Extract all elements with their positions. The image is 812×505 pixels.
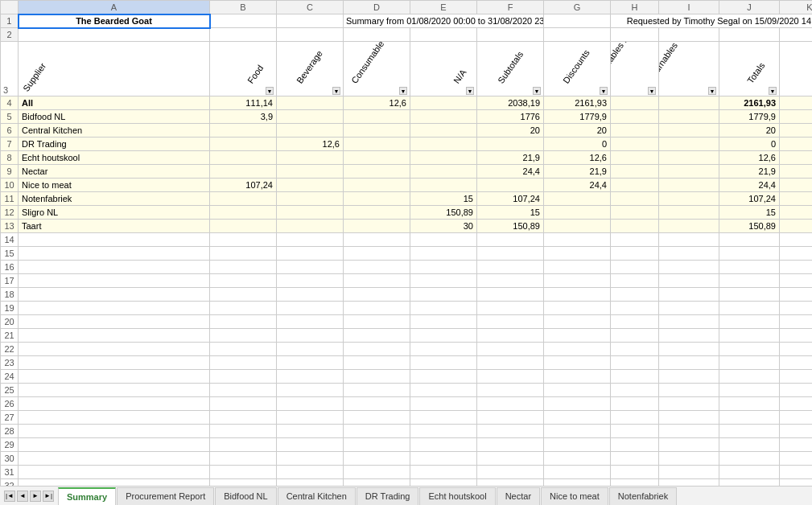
supplier-nice[interactable]: Nice to meat xyxy=(19,179,210,192)
beverage-taart[interactable] xyxy=(277,220,344,233)
discounts-drtrading[interactable]: 0 xyxy=(544,138,611,151)
consumable-nectar[interactable] xyxy=(344,165,410,179)
retout-bidfood[interactable] xyxy=(659,110,719,124)
na-filter-icon[interactable]: ▼ xyxy=(466,87,474,95)
consumable-filter-icon[interactable]: ▼ xyxy=(399,87,407,95)
na-nectar[interactable] xyxy=(410,165,477,179)
supplier-nectar[interactable]: Nectar xyxy=(19,165,210,179)
consumable-noten[interactable] xyxy=(344,192,410,206)
retout-noten[interactable] xyxy=(659,192,719,206)
supplier-noten[interactable]: Notenfabriek xyxy=(19,192,210,206)
consumable-taart[interactable] xyxy=(344,220,410,233)
subtotals-drtrading[interactable] xyxy=(477,138,544,151)
supplier-central[interactable]: Central Kitchen xyxy=(19,124,210,138)
discounts-noten[interactable] xyxy=(544,192,611,206)
retout-drtrading[interactable] xyxy=(659,138,719,151)
beverage-nectar[interactable] xyxy=(277,165,344,179)
totals-nice[interactable]: 24,4 xyxy=(719,179,780,192)
tab-nav-right[interactable]: ► xyxy=(30,491,41,502)
na-central[interactable] xyxy=(410,124,477,138)
tab-nav-left[interactable]: ◄ xyxy=(17,491,28,502)
supplier-drtrading[interactable]: DR Trading xyxy=(19,138,210,151)
col-header-h[interactable]: H xyxy=(611,1,659,14)
totals-echt[interactable]: 12,6 xyxy=(719,151,780,165)
retin-all[interactable] xyxy=(611,96,659,110)
retin-sligro[interactable] xyxy=(611,206,659,220)
col-header-f[interactable]: F xyxy=(477,1,544,14)
tab-nectar[interactable]: Nectar xyxy=(497,487,540,505)
tab-nice[interactable]: Nice to meat xyxy=(541,487,608,505)
discounts-central[interactable]: 20 xyxy=(544,124,611,138)
retin-bidfood[interactable] xyxy=(611,110,659,124)
col-header-k[interactable]: K xyxy=(780,1,813,14)
subtotals-all[interactable]: 2038,19 xyxy=(477,96,544,110)
supplier-bidfood[interactable]: Bidfood NL xyxy=(19,110,210,124)
supplier-sligro[interactable]: Sligro NL xyxy=(19,206,210,220)
retin-filter-icon[interactable]: ▼ xyxy=(648,87,656,95)
col-header-c[interactable]: C xyxy=(277,1,344,14)
beverage-echt[interactable] xyxy=(277,151,344,165)
totals-filter-icon[interactable]: ▼ xyxy=(769,87,777,95)
na-noten[interactable]: 15 xyxy=(410,192,477,206)
subtotals-noten[interactable]: 107,24 xyxy=(477,192,544,206)
subtotals-central[interactable]: 20 xyxy=(477,124,544,138)
tab-summary[interactable]: Summary xyxy=(58,487,116,505)
discounts-nice[interactable]: 24,4 xyxy=(544,179,611,192)
supplier-all[interactable]: All xyxy=(19,96,210,110)
beverage-bidfood[interactable] xyxy=(277,110,344,124)
col-header-i[interactable]: I xyxy=(659,1,719,14)
discounts-echt[interactable]: 12,6 xyxy=(544,151,611,165)
totals-bidfood[interactable]: 1779,9 xyxy=(719,110,780,124)
food-nice[interactable]: 107,24 xyxy=(210,179,277,192)
food-echt[interactable] xyxy=(210,151,277,165)
consumable-central[interactable] xyxy=(344,124,410,138)
food-bidfood[interactable]: 3,9 xyxy=(210,110,277,124)
subtotals-filter-icon[interactable]: ▼ xyxy=(533,87,541,95)
food-nectar[interactable] xyxy=(210,165,277,179)
discounts-taart[interactable] xyxy=(544,220,611,233)
totals-all[interactable]: 2161,93 xyxy=(719,96,780,110)
na-sligro[interactable]: 150,89 xyxy=(410,206,477,220)
discounts-nectar[interactable]: 21,9 xyxy=(544,165,611,179)
tab-nav-left-left[interactable]: |◄ xyxy=(4,491,15,502)
col-header-a[interactable]: A xyxy=(19,1,210,14)
retin-central[interactable] xyxy=(611,124,659,138)
retout-central[interactable] xyxy=(659,124,719,138)
consumable-all[interactable]: 12,6 xyxy=(344,96,410,110)
na-drtrading[interactable] xyxy=(410,138,477,151)
beverage-nice[interactable] xyxy=(277,179,344,192)
na-bidfood[interactable] xyxy=(410,110,477,124)
subtotals-nectar[interactable]: 24,4 xyxy=(477,165,544,179)
col-header-d[interactable]: D xyxy=(344,1,410,14)
discounts-sligro[interactable] xyxy=(544,206,611,220)
col-header-b[interactable]: B xyxy=(210,1,277,14)
food-filter-icon[interactable]: ▼ xyxy=(266,87,274,95)
food-drtrading[interactable] xyxy=(210,138,277,151)
subtotals-sligro[interactable]: 15 xyxy=(477,206,544,220)
retout-echt[interactable] xyxy=(659,151,719,165)
totals-central[interactable]: 20 xyxy=(719,124,780,138)
beverage-drtrading[interactable]: 12,6 xyxy=(277,138,344,151)
food-all[interactable]: 111,14 xyxy=(210,96,277,110)
discounts-filter-icon[interactable]: ▼ xyxy=(600,87,608,95)
tab-bidfood[interactable]: Bidfood NL xyxy=(215,487,276,505)
na-nice[interactable] xyxy=(410,179,477,192)
na-echt[interactable] xyxy=(410,151,477,165)
beverage-filter-icon[interactable]: ▼ xyxy=(332,87,340,95)
beverage-central[interactable] xyxy=(277,124,344,138)
company-title-cell[interactable]: The Bearded Goat xyxy=(19,14,210,28)
retout-taart[interactable] xyxy=(659,220,719,233)
na-taart[interactable]: 30 xyxy=(410,220,477,233)
beverage-noten[interactable] xyxy=(277,192,344,206)
retout-sligro[interactable] xyxy=(659,206,719,220)
discounts-all[interactable]: 2161,93 xyxy=(544,96,611,110)
totals-taart[interactable]: 150,89 xyxy=(719,220,780,233)
totals-sligro[interactable]: 15 xyxy=(719,206,780,220)
tab-nav-right-right[interactable]: ►| xyxy=(43,491,54,502)
retout-filter-icon[interactable]: ▼ xyxy=(708,87,716,95)
retin-nectar[interactable] xyxy=(611,165,659,179)
retin-taart[interactable] xyxy=(611,220,659,233)
consumable-sligro[interactable] xyxy=(344,206,410,220)
retin-noten[interactable] xyxy=(611,192,659,206)
retin-nice[interactable] xyxy=(611,179,659,192)
